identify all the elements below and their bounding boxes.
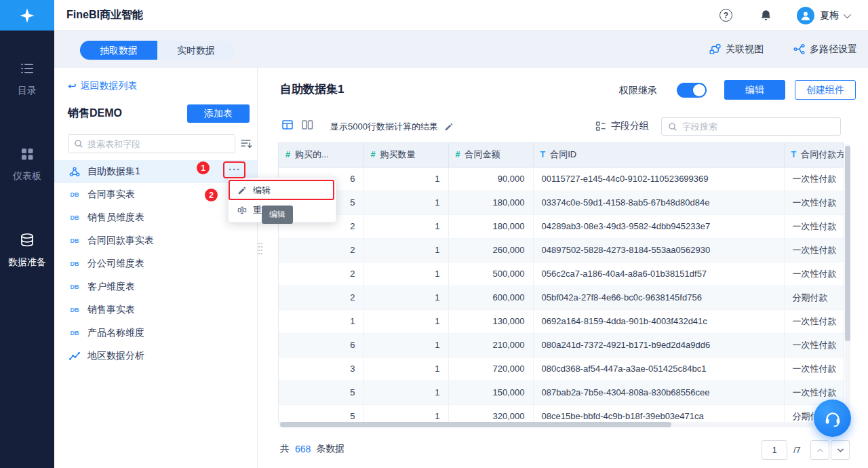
user-avatar[interactable] xyxy=(797,7,814,24)
db-table-icon: DB xyxy=(68,284,81,290)
permission-inherit-toggle[interactable] xyxy=(677,83,707,98)
header-row: #购买的...#购买数量#合同金额T合同IDT合同付款方式 xyxy=(279,143,844,167)
edit-button[interactable]: 编辑 xyxy=(724,80,785,100)
field-group-button[interactable]: 字段分组 xyxy=(595,120,649,132)
table-cell: 1 xyxy=(363,381,448,404)
column-header-1[interactable]: #购买数量 xyxy=(363,143,448,167)
panel-item-4[interactable]: DB分公司维度表 xyxy=(54,252,257,275)
app-root: 目录 仪表板 数据准备 FineBI商业智能 xyxy=(0,0,868,468)
table-cell: 1 xyxy=(363,191,448,214)
subbar: 抽取数据 实时数据 关联视图 xyxy=(54,31,868,68)
numeric-field-icon: # xyxy=(285,150,290,159)
rail-item-catalog[interactable]: 目录 xyxy=(0,61,54,97)
analysis-icon xyxy=(68,351,81,362)
db-table-icon: DB xyxy=(68,307,81,313)
tab-realtime-data[interactable]: 实时数据 xyxy=(157,41,235,60)
page-up-button[interactable] xyxy=(810,440,829,460)
table-cell: 056c2ca7-a186-40a4-a8a6-01b38151df57 xyxy=(533,262,784,286)
headset-icon xyxy=(823,409,842,428)
column-header-2[interactable]: #合同金额 xyxy=(448,143,533,167)
panel-item-5[interactable]: DB客户维度表 xyxy=(54,275,257,298)
column-header-4[interactable]: T合同付款方式 xyxy=(784,143,844,167)
toggle-knob xyxy=(693,84,705,96)
panel-item-1[interactable]: DB合同事实表 xyxy=(54,183,257,206)
card-view-icon[interactable] xyxy=(301,119,313,131)
rail-item-data-preparation[interactable]: 数据准备 xyxy=(0,233,54,269)
numeric-field-icon: # xyxy=(371,150,376,159)
back-to-data-list-link[interactable]: ↩ 返回数据列表 xyxy=(68,80,138,92)
table-search-input[interactable] xyxy=(87,139,229,149)
support-chat-button[interactable] xyxy=(814,399,851,437)
table-row: 11130,0000692a164-8159-4dda-901b-4003f43… xyxy=(279,309,844,333)
sort-filter-icon[interactable] xyxy=(240,137,253,150)
page-total-label: /7 xyxy=(793,445,801,455)
page-number-input[interactable] xyxy=(762,440,787,460)
table-cell: 1 xyxy=(363,214,448,238)
horizontal-scrollbar-thumb[interactable] xyxy=(280,422,671,427)
page-down-button[interactable] xyxy=(831,440,850,460)
rail-item-label: 目录 xyxy=(0,85,54,97)
vertical-scrollbar[interactable] xyxy=(845,144,850,421)
relation-view-button[interactable]: 关联视图 xyxy=(709,43,764,56)
table-list-panel: ↩ 返回数据列表 销售DEMO 添加表 自助数据集1DB合同事实表DB销售员维度… xyxy=(54,68,258,468)
column-header-3[interactable]: T合同ID xyxy=(533,143,784,167)
result-text: 显示5000行数据计算的结果 xyxy=(330,121,438,133)
horizontal-scrollbar[interactable] xyxy=(279,422,844,427)
table-row: 21260,00004897502-5828-4273-8184-553aa05… xyxy=(279,238,844,262)
more-options-button[interactable]: ··· xyxy=(225,163,244,175)
data-grid: #购买的...#购买数量#合同金额T合同IDT合同付款方式 6190,00000… xyxy=(279,143,844,423)
panel-item-3[interactable]: DB合同回款事实表 xyxy=(54,229,257,252)
list-icon xyxy=(0,61,54,76)
panel-item-2[interactable]: DB销售员维度表 xyxy=(54,206,257,229)
panel-item-6[interactable]: DB销售事实表 xyxy=(54,298,257,321)
table-row: 31720,000080cd368-af54-447a-a3ae-051425c… xyxy=(279,357,844,381)
rail-item-dashboard[interactable]: 仪表板 xyxy=(0,147,54,182)
field-search-input[interactable] xyxy=(682,121,834,132)
tab-extract-data[interactable]: 抽取数据 xyxy=(80,41,157,60)
table-cell: 080cd368-af54-447a-a3ae-051425c84bc1 xyxy=(533,357,784,381)
project-title: 销售DEMO xyxy=(68,106,122,121)
panel-resize-handle[interactable] xyxy=(258,243,260,244)
app-title: FineBI商业智能 xyxy=(66,8,143,22)
db-table-icon: DB xyxy=(68,191,81,198)
panel-item-label: 销售事实表 xyxy=(87,304,135,316)
add-table-button[interactable]: 添加表 xyxy=(187,104,250,123)
dashboard-icon xyxy=(0,147,54,161)
edit-result-pencil-icon[interactable] xyxy=(444,122,454,132)
db-table-icon: DB xyxy=(68,260,81,267)
panel-item-8[interactable]: 地区数据分析 xyxy=(54,345,257,368)
db-table-icon: DB xyxy=(68,214,81,221)
table-cell: 080a241d-7372-4921-b171-b9ed2d4a9dd6 xyxy=(533,333,784,357)
table-cell: 2 xyxy=(279,238,363,262)
panel-item-7[interactable]: DB产品名称维度 xyxy=(54,321,257,345)
vertical-scrollbar-thumb[interactable] xyxy=(845,146,850,341)
table-view-icon[interactable] xyxy=(281,119,294,131)
db-table-icon: DB xyxy=(68,330,81,336)
table-cell: 分期付款 xyxy=(784,286,844,309)
subbar-actions: 关联视图 多路径设置 xyxy=(709,31,857,68)
table-cell: 1 xyxy=(363,309,448,333)
data-mode-tabs: 抽取数据 实时数据 xyxy=(80,41,235,60)
search-icon xyxy=(74,139,83,149)
rail-item-label: 仪表板 xyxy=(0,170,54,182)
table-cell: 00115727-e145-44c0-9102-110523699369 xyxy=(533,167,784,191)
annotation-step-2: 2 xyxy=(205,189,218,201)
total-suffix: 条数据 xyxy=(316,443,344,455)
create-component-button[interactable]: 创建组件 xyxy=(795,80,856,100)
column-header-0[interactable]: #购买的... xyxy=(279,143,363,167)
search-icon xyxy=(668,122,677,132)
chevron-down-icon[interactable] xyxy=(844,10,851,18)
table-cell: 087bab2a-7b5e-4304-808a-830b68556cee xyxy=(533,381,784,404)
help-icon[interactable]: ? xyxy=(719,9,732,22)
table-row: 51150,000087bab2a-7b5e-4304-808a-830b685… xyxy=(279,381,844,404)
pencil-icon xyxy=(237,186,247,195)
multipath-settings-button[interactable]: 多路径设置 xyxy=(793,43,857,56)
numeric-field-icon: # xyxy=(456,150,460,159)
column-header-label: 购买数量 xyxy=(380,149,415,159)
column-header-label: 合同金额 xyxy=(465,149,500,159)
panel-item-label: 客户维度表 xyxy=(87,281,135,293)
panel-table-list: 自助数据集1DB合同事实表DB销售员维度表DB合同回款事实表DB分公司维度表DB… xyxy=(54,160,257,368)
notification-bell-icon[interactable] xyxy=(760,9,772,22)
table-row: 51320,00008ce15be-bbfd-4c9b-b18f-39eb03e… xyxy=(279,404,844,423)
menu-item-edit[interactable]: 编辑 xyxy=(229,180,336,200)
